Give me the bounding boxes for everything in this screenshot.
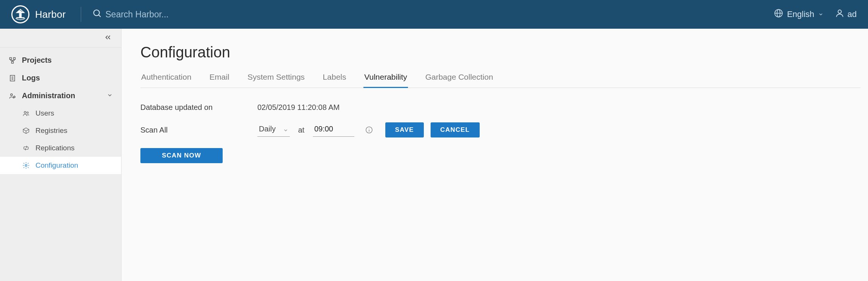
sidebar-item-users[interactable]: Users xyxy=(0,105,121,122)
tab-labels[interactable]: Labels xyxy=(322,70,347,88)
globe-icon xyxy=(774,9,783,20)
gear-icon xyxy=(22,162,30,169)
sidebar-item-label: Configuration xyxy=(35,161,78,170)
app-header: Harbor English ad xyxy=(0,0,868,29)
info-icon[interactable] xyxy=(365,126,373,134)
harbor-logo-icon xyxy=(11,5,29,23)
page-title: Configuration xyxy=(140,44,868,61)
at-label: at xyxy=(298,126,305,134)
sidebar-item-label: Projects xyxy=(22,56,52,65)
projects-icon xyxy=(8,57,17,64)
svg-rect-0 xyxy=(19,13,21,18)
tab-vulnerability[interactable]: Vulnerability xyxy=(363,70,408,88)
brand-name: Harbor xyxy=(35,9,66,20)
logs-icon xyxy=(8,74,17,82)
svg-rect-9 xyxy=(10,57,12,59)
chevron-down-icon xyxy=(818,9,823,19)
svg-point-32 xyxy=(369,128,369,128)
sidebar: Projects Logs Administration xyxy=(0,29,122,281)
sidebar-item-administration[interactable]: Administration xyxy=(0,87,121,105)
scan-all-row: Scan All at xyxy=(140,122,868,137)
main-content: Configuration Authentication Email Syste… xyxy=(122,29,868,281)
sidebar-item-projects[interactable]: Projects xyxy=(0,51,121,69)
search-icon xyxy=(92,9,102,20)
svg-point-20 xyxy=(11,94,12,96)
sidebar-item-label: Registries xyxy=(35,127,67,135)
double-chevron-left-icon xyxy=(104,33,112,43)
svg-point-21 xyxy=(14,96,15,97)
tab-garbage-collection[interactable]: Garbage Collection xyxy=(425,70,494,88)
db-updated-value: 02/05/2019 11:20:08 AM xyxy=(257,103,340,112)
sidebar-collapse-toggle[interactable] xyxy=(0,29,121,48)
language-label: English xyxy=(787,9,814,19)
svg-line-4 xyxy=(99,15,101,17)
sidebar-item-configuration[interactable]: Configuration xyxy=(0,157,121,174)
svg-point-26 xyxy=(24,111,26,113)
users-icon xyxy=(22,110,30,117)
chevron-down-icon xyxy=(107,91,113,100)
user-icon xyxy=(835,8,845,20)
header-separator xyxy=(81,7,81,22)
sidebar-item-label: Users xyxy=(35,109,54,117)
svg-rect-10 xyxy=(14,57,15,59)
config-tabs: Authentication Email System Settings Lab… xyxy=(140,70,860,88)
replications-icon xyxy=(22,144,30,152)
sidebar-item-logs[interactable]: Logs xyxy=(0,69,121,87)
sidebar-item-label: Administration xyxy=(22,91,75,100)
language-selector[interactable]: English xyxy=(774,9,823,20)
frequency-select[interactable] xyxy=(257,123,290,137)
administration-icon xyxy=(8,92,17,100)
sidebar-item-label: Logs xyxy=(22,74,40,82)
global-search[interactable] xyxy=(92,9,433,20)
tab-email[interactable]: Email xyxy=(209,70,230,88)
brand-block[interactable]: Harbor xyxy=(11,5,66,23)
save-button[interactable]: SAVE xyxy=(385,122,424,137)
cancel-button[interactable]: CANCEL xyxy=(431,122,480,137)
svg-rect-11 xyxy=(12,61,14,63)
user-label: ad xyxy=(848,9,857,19)
db-updated-row: Database updated on 02/05/2019 11:20:08 … xyxy=(140,103,868,112)
time-input[interactable] xyxy=(313,123,354,137)
db-updated-label: Database updated on xyxy=(140,103,257,112)
registries-icon xyxy=(22,127,30,134)
svg-point-27 xyxy=(27,112,28,113)
search-input[interactable] xyxy=(105,9,294,20)
tab-system-settings[interactable]: System Settings xyxy=(247,70,306,88)
sidebar-item-registries[interactable]: Registries xyxy=(0,122,121,139)
sidebar-item-label: Replications xyxy=(35,144,75,152)
svg-point-3 xyxy=(94,10,100,15)
user-menu[interactable]: ad xyxy=(835,8,857,20)
svg-point-8 xyxy=(838,10,841,13)
sidebar-item-replications[interactable]: Replications xyxy=(0,139,121,157)
scan-now-button[interactable]: SCAN NOW xyxy=(140,148,223,163)
svg-point-29 xyxy=(25,165,27,167)
scan-all-label: Scan All xyxy=(140,126,257,134)
tab-authentication[interactable]: Authentication xyxy=(140,70,192,88)
